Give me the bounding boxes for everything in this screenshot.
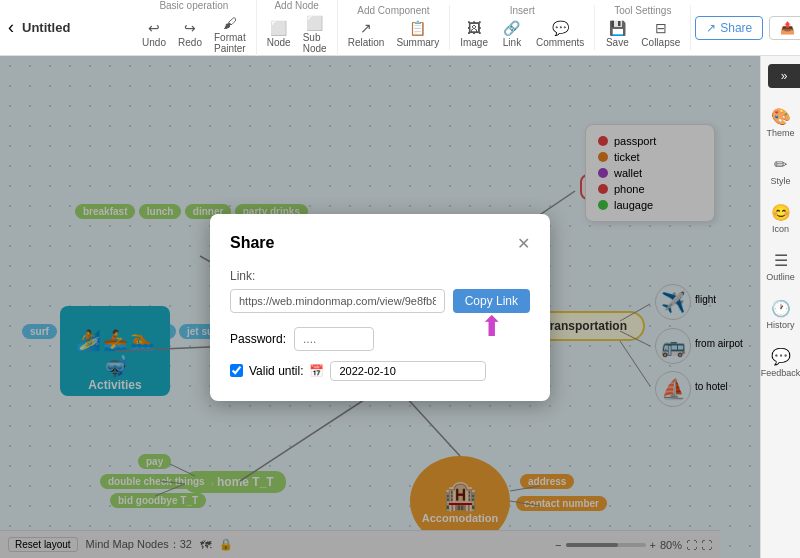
back-icon[interactable]: ‹ [8,17,14,38]
format-painter-button[interactable]: 🖌Format Painter [210,13,250,56]
valid-date-input[interactable] [330,361,486,381]
component-label: Add Component [357,5,429,16]
toolbar-right: ↗ Share 📤 Export [695,16,800,40]
main-area: breakfast lunch dinner party drinks surf… [0,56,800,558]
basic-op-items: ↩Undo ↪Redo 🖌Format Painter [138,13,250,56]
modal-close-button[interactable]: ✕ [517,234,530,253]
collapse-button[interactable]: ⊟Collapse [637,18,684,50]
icon-label: Icon [772,224,789,234]
toolbar-group-toolsettings: Tool Settings 💾Save ⊟Collapse [595,5,691,50]
component-items: ↗Relation 📋Summary [344,18,444,50]
sidebar-feedback[interactable]: 💬 Feedback [765,340,797,384]
comments-button[interactable]: 💬Comments [532,18,588,50]
toolsettings-label: Tool Settings [614,5,671,16]
copy-btn-wrapper: Copy Link ⬆ [453,289,530,313]
share-modal: Share ✕ Link: Copy Link ⬆ Password: [210,214,550,401]
theme-icon: 🎨 [771,107,791,126]
subnode-button[interactable]: ⬜Sub Node [299,13,331,56]
undo-button[interactable]: ↩Undo [138,18,170,50]
copy-arrow: ⬆ [480,310,503,343]
outline-icon: ☰ [774,251,788,270]
valid-until-row: Valid until: 📅 [230,361,530,381]
app-title-area: ‹ Untitled [8,17,128,38]
sidebar-icon[interactable]: 😊 Icon [765,196,797,240]
share-button[interactable]: ↗ Share [695,16,763,40]
toolbar-group-insert: Insert 🖼Image 🔗Link 💬Comments [450,5,595,50]
calendar-icon: 📅 [309,364,324,378]
toolsettings-items: 💾Save ⊟Collapse [601,18,684,50]
insert-label: Insert [510,5,535,16]
sidebar-outline[interactable]: ☰ Outline [765,244,797,288]
theme-label: Theme [766,128,794,138]
save-button[interactable]: 💾Save [601,18,633,50]
addnode-label: Add Node [274,0,318,11]
node-button[interactable]: ⬜Node [263,18,295,50]
feedback-icon: 💬 [771,347,791,366]
toolbar-group-addnode: Add Node ⬜Node ⬜Sub Node [257,0,338,56]
icon-icon: 😊 [771,203,791,222]
link-button[interactable]: 🔗Link [496,18,528,50]
feedback-label: Feedback [761,368,800,378]
redo-button[interactable]: ↪Redo [174,18,206,50]
addnode-items: ⬜Node ⬜Sub Node [263,13,331,56]
outline-label: Outline [766,272,795,282]
modal-header: Share ✕ [230,234,530,253]
history-icon: 🕐 [771,299,791,318]
canvas[interactable]: breakfast lunch dinner party drinks surf… [0,56,760,558]
history-label: History [766,320,794,330]
style-label: Style [770,176,790,186]
toolbar-group-component: Add Component ↗Relation 📋Summary [338,5,451,50]
export-icon: 📤 [780,21,795,35]
sidebar-theme[interactable]: 🎨 Theme [765,100,797,144]
basic-op-label: Basic operation [159,0,228,11]
export-button[interactable]: 📤 Export [769,16,800,40]
modal-overlay[interactable]: Share ✕ Link: Copy Link ⬆ Password: [0,56,760,558]
image-button[interactable]: 🖼Image [456,18,492,50]
share-icon: ↗ [706,21,716,35]
modal-title: Share [230,234,274,252]
link-input[interactable] [230,289,445,313]
app-title: Untitled [22,20,70,35]
toolbar: ‹ Untitled Basic operation ↩Undo ↪Redo 🖌… [0,0,800,56]
relation-button[interactable]: ↗Relation [344,18,389,50]
sidebar-expand-button[interactable]: » [768,64,800,88]
toolbar-group-basic: Basic operation ↩Undo ↪Redo 🖌Format Pain… [132,0,257,56]
link-label: Link: [230,269,530,283]
sidebar-style[interactable]: ✏ Style [765,148,797,192]
valid-label: Valid until: [249,364,303,378]
style-icon: ✏ [774,155,787,174]
link-row: Copy Link ⬆ [230,289,530,313]
summary-button[interactable]: 📋Summary [392,18,443,50]
insert-items: 🖼Image 🔗Link 💬Comments [456,18,588,50]
valid-until-checkbox[interactable] [230,364,243,377]
password-label: Password: [230,332,286,346]
password-input[interactable] [294,327,374,351]
sidebar-history[interactable]: 🕐 History [765,292,797,336]
toolbar-groups: Basic operation ↩Undo ↪Redo 🖌Format Pain… [132,0,691,56]
sidebar: » 🎨 Theme ✏ Style 😊 Icon ☰ Outline 🕐 His… [760,56,800,558]
